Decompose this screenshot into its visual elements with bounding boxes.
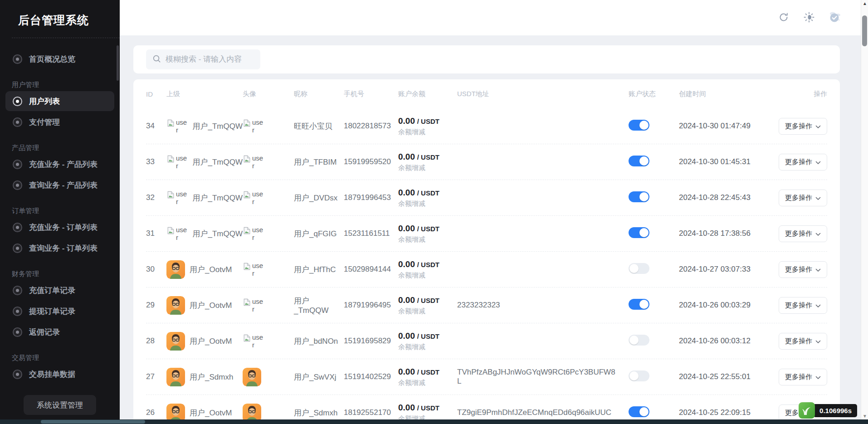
account-status-toggle[interactable] xyxy=(629,263,649,274)
system-settings-button[interactable]: 系统设置管理 xyxy=(24,395,96,415)
broken-image-icon: user xyxy=(166,154,188,170)
row-phone: 15191402529 xyxy=(344,372,398,381)
row-id: 32 xyxy=(146,193,166,202)
account-status-toggle[interactable] xyxy=(629,335,649,346)
table-row: 29 用户_OotvM user 用户_TmQQW 18791996495 0.… xyxy=(146,288,827,323)
more-actions-label: 更多操作 xyxy=(785,158,812,166)
horizontal-scrollbar[interactable] xyxy=(0,419,868,424)
sidebar-scrollbar-thumb[interactable] xyxy=(117,45,119,81)
row-avatar-cell: user xyxy=(243,297,294,313)
more-actions-button[interactable]: 更多操作 xyxy=(779,261,827,278)
row-created-time: 2024-10-27 03:07:33 xyxy=(679,265,777,274)
account-status-toggle[interactable] xyxy=(629,156,649,166)
horizontal-scrollbar-thumb[interactable] xyxy=(41,420,145,424)
sidebar-item[interactable]: 交易挂单数据 xyxy=(5,364,114,384)
sidebar-item[interactable]: 提现订单记录 xyxy=(5,301,114,321)
sidebar-item[interactable]: 充值订单记录 xyxy=(5,280,114,300)
row-phone: 18192552170 xyxy=(344,408,398,417)
broken-image-alt: user xyxy=(252,333,263,349)
row-balance-cell: 0.00 / USDT 余额增减 xyxy=(398,259,457,280)
chevron-down-icon xyxy=(815,302,821,309)
more-actions-button[interactable]: 更多操作 xyxy=(779,297,827,314)
balance-value: 0.00 xyxy=(398,295,415,305)
more-actions-button[interactable]: 更多操作 xyxy=(779,333,827,350)
sidebar-item[interactable]: 用户列表 xyxy=(5,91,114,111)
balance-value: 0.00 xyxy=(398,403,415,412)
sidebar-group: 交易管理 交易挂单数据 xyxy=(0,354,120,384)
scrollbar-up-arrow[interactable]: ▲ xyxy=(861,1,868,6)
vertical-scrollbar-thumb[interactable] xyxy=(862,15,867,46)
row-nickname: 用户_SwVXj xyxy=(294,372,344,382)
sidebar-item[interactable]: 返佣记录 xyxy=(5,322,114,342)
more-actions-button[interactable]: 更多操作 xyxy=(779,225,827,242)
row-phone: 15029894144 xyxy=(344,265,398,274)
sidebar-group-label: 订单管理 xyxy=(0,207,120,215)
status-check-button[interactable] xyxy=(828,11,841,24)
user-avatar-image xyxy=(243,368,261,386)
row-action-cell: 更多操作 xyxy=(777,297,827,314)
row-id: 34 xyxy=(146,122,166,131)
broken-image-alt: user xyxy=(176,118,187,134)
load-time-badge: 0.106996s xyxy=(813,404,857,417)
account-status-toggle[interactable] xyxy=(629,370,649,381)
more-actions-button[interactable]: 更多操作 xyxy=(779,118,827,135)
balance-adjust-link[interactable]: 余额增减 xyxy=(398,379,457,387)
sidebar-item-label: 查询业务 - 产品列表 xyxy=(29,180,98,190)
sidebar-item[interactable]: 充值业务 - 产品列表 xyxy=(5,154,114,174)
theme-toggle-button[interactable] xyxy=(803,11,815,24)
row-action-cell: 更多操作 xyxy=(777,190,827,206)
sidebar-item[interactable]: 首页概况总览 xyxy=(5,49,114,69)
row-id: 29 xyxy=(146,301,166,310)
account-status-toggle[interactable] xyxy=(629,299,649,310)
row-created-time: 2024-10-30 01:47:49 xyxy=(679,122,777,131)
sidebar-item[interactable]: 查询业务 - 订单列表 xyxy=(5,238,114,258)
table-row: 27 用户_Sdmxh 用户_SwVXj 15191402529 0.00 / … xyxy=(146,359,827,395)
row-status-cell xyxy=(629,406,679,419)
refresh-button[interactable] xyxy=(777,11,790,24)
search-input[interactable] xyxy=(166,55,266,64)
row-parent-cell: user 用户_TmQQW xyxy=(166,190,243,205)
vertical-scrollbar[interactable]: ▲ ▼ xyxy=(861,0,868,419)
sidebar-item[interactable]: 支付管理 xyxy=(5,112,114,132)
scrollbar-down-arrow[interactable]: ▼ xyxy=(861,414,868,419)
row-nickname: 用户_bdNOn xyxy=(294,336,344,346)
sidebar-item[interactable]: 查询业务 - 产品列表 xyxy=(5,175,114,195)
column-header: 手机号 xyxy=(344,90,398,98)
row-phone: 15919959520 xyxy=(344,157,398,166)
row-nickname: 用户_TFBIM xyxy=(294,157,344,167)
more-actions-button[interactable]: 更多操作 xyxy=(779,190,827,206)
search-icon xyxy=(152,54,161,65)
sidebar-item-label: 用户列表 xyxy=(29,96,60,107)
account-status-toggle[interactable] xyxy=(629,406,649,417)
balance-adjust-link[interactable]: 余额增减 xyxy=(398,164,457,172)
row-usdt-address: 2323232323 xyxy=(457,301,629,310)
broken-image-icon: user xyxy=(243,118,265,134)
chevron-down-icon xyxy=(815,266,821,273)
menu-ring-icon xyxy=(13,286,22,295)
devtools-leaf-icon[interactable] xyxy=(799,402,815,419)
chevron-down-icon xyxy=(815,158,821,166)
menu-ring-icon xyxy=(13,117,22,127)
balance-adjust-link[interactable]: 余额增减 xyxy=(398,200,457,208)
chevron-down-icon xyxy=(815,230,821,238)
balance-adjust-link[interactable]: 余额增减 xyxy=(398,128,457,136)
balance-adjust-link[interactable]: 余额增减 xyxy=(398,343,457,351)
row-avatar-cell: user xyxy=(243,154,294,170)
menu-ring-icon xyxy=(13,244,22,253)
column-header: 创建时间 xyxy=(679,90,777,98)
broken-image-alt: user xyxy=(252,262,263,277)
account-status-toggle[interactable] xyxy=(629,120,649,131)
balance-adjust-link[interactable]: 余额增减 xyxy=(398,235,457,244)
row-avatar-cell: user xyxy=(243,333,294,349)
parent-name: 用户_OotvM xyxy=(190,408,232,418)
row-nickname: 用户_TmQQW xyxy=(294,296,344,315)
sidebar-item[interactable]: 充值业务 - 订单列表 xyxy=(5,217,114,237)
balance-adjust-link[interactable]: 余额增减 xyxy=(398,271,457,280)
more-actions-button[interactable]: 更多操作 xyxy=(779,369,827,385)
row-avatar-cell: user xyxy=(243,190,294,205)
account-status-toggle[interactable] xyxy=(629,227,649,238)
row-created-time: 2024-10-28 22:45:43 xyxy=(679,193,777,202)
balance-adjust-link[interactable]: 余额增减 xyxy=(398,307,457,316)
account-status-toggle[interactable] xyxy=(629,191,649,202)
more-actions-button[interactable]: 更多操作 xyxy=(779,154,827,171)
